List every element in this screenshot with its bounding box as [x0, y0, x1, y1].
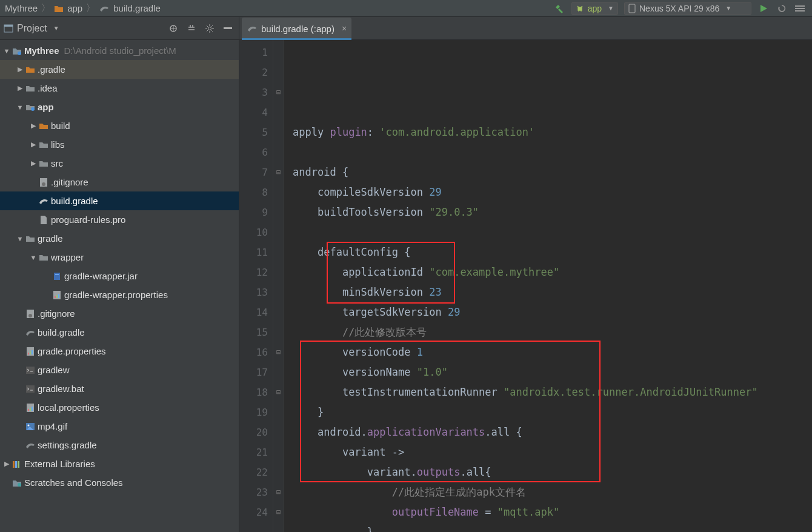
scratches-icon — [11, 479, 23, 487]
tree-label: local.properties — [38, 402, 99, 413]
tab-label: build.gradle (:app) — [261, 24, 334, 34]
folder-icon — [38, 122, 50, 130]
tree-label: Scratches and Consoles — [24, 477, 123, 488]
expand-arrow-icon[interactable]: ▼ — [16, 235, 24, 242]
tree-label: gradlew — [38, 365, 70, 375]
expand-arrow-icon[interactable]: ▼ — [16, 104, 24, 111]
expand-arrow-icon[interactable]: ▶ — [29, 141, 38, 148]
project-panel-title[interactable]: Project ▼ — [17, 23, 59, 34]
tree-item-scratches[interactable]: ▶ Scratches and Consoles — [0, 473, 239, 492]
libraries-icon — [11, 460, 23, 468]
expand-arrow-icon[interactable]: ▶ — [29, 159, 38, 167]
editor-tabs: build.gradle (:app) × — [239, 17, 812, 40]
tree-item-libs[interactable]: ▶ libs — [0, 135, 239, 154]
run-icon[interactable] — [757, 2, 770, 15]
tree-label: mp4.gif — [38, 421, 67, 431]
breadcrumb-file[interactable]: build.gradle — [113, 3, 161, 13]
tree-label: wrapper — [51, 252, 84, 262]
tree-item-gitignore[interactable]: ▶ .gitignore — [0, 173, 239, 191]
tree-item-external-libraries[interactable]: ▶ External Libraries — [0, 454, 239, 473]
hide-icon[interactable] — [223, 24, 233, 33]
tree-item-src[interactable]: ▶ src — [0, 154, 239, 173]
tree-item-gradle-cache[interactable]: ▶ .gradle — [0, 60, 239, 79]
tree-item-wrapper-jar[interactable]: ▶ gradle-wrapper.jar — [0, 267, 239, 285]
svg-rect-28 — [28, 409, 29, 411]
tree-item-app[interactable]: ▼ app — [0, 98, 239, 116]
svg-rect-18 — [58, 294, 59, 298]
tree-root[interactable]: ▼ Mythree D:\Android studio_project\M — [0, 41, 239, 60]
svg-point-9 — [18, 52, 21, 55]
tree-item-gradlew[interactable]: ▶ gradlew — [0, 361, 239, 379]
main: Project ▼ ▼ Mythree D:\Android studio_pr… — [0, 17, 812, 532]
expand-arrow-icon[interactable]: ▶ — [16, 65, 24, 73]
tree-item-local-properties[interactable]: ▶ local.properties — [0, 398, 239, 417]
svg-point-20 — [28, 314, 32, 318]
tree-label: .idea — [38, 83, 58, 93]
expand-arrow-icon[interactable]: ▼ — [2, 47, 11, 55]
gradle-icon — [247, 24, 258, 33]
toolbar-right: app ▼ Nexus 5X API 29 x86 ▼ — [553, 2, 807, 15]
tree-item-proguard[interactable]: ▶ proguard-rules.pro — [0, 210, 239, 229]
code-area[interactable]: apply plugin: 'com.android.application'a… — [284, 40, 812, 532]
gradle-icon — [38, 197, 50, 205]
tree-label: gradlew.bat — [38, 384, 84, 394]
gear-icon[interactable] — [205, 24, 215, 33]
expand-arrow-icon[interactable]: ▶ — [2, 460, 11, 468]
svg-rect-1 — [795, 5, 805, 7]
fold-gutter[interactable]: ⊟⊟⊟⊟⊟⊟ — [273, 40, 284, 532]
project-icon — [4, 24, 13, 33]
tree-item-wrapper[interactable]: ▼ wrapper — [0, 248, 239, 267]
tree-label: External Libraries — [24, 459, 95, 469]
svg-rect-34 — [15, 461, 17, 468]
svg-rect-35 — [18, 461, 19, 468]
tree-item-gradle[interactable]: ▼ gradle — [0, 229, 239, 248]
svg-rect-5 — [4, 25, 13, 27]
gradle-icon — [24, 328, 36, 337]
device-dropdown[interactable]: Nexus 5X API 29 x86 ▼ — [624, 2, 751, 15]
properties-icon — [24, 403, 36, 413]
folder-icon — [38, 253, 50, 261]
tree-item-build[interactable]: ▶ build — [0, 116, 239, 135]
tree-root-path: D:\Android studio_project\M — [64, 45, 176, 56]
breadcrumb-sep: 〉 — [41, 2, 50, 14]
folder-icon — [54, 4, 64, 13]
run-config-dropdown[interactable]: app ▼ — [571, 2, 618, 15]
project-tree[interactable]: ▼ Mythree D:\Android studio_project\M ▶ … — [0, 40, 239, 532]
tree-item-idea[interactable]: ▶ .idea — [0, 79, 239, 98]
expand-arrow-icon[interactable]: ▶ — [16, 84, 24, 92]
apply-changes-icon[interactable] — [776, 2, 788, 15]
shell-icon — [24, 366, 36, 374]
svg-rect-22 — [28, 353, 29, 354]
tree-item-settings-gradle[interactable]: ▶ settings.gradle — [0, 436, 239, 454]
breadcrumb[interactable]: Mythree 〉 app 〉 build.gradle — [5, 2, 161, 14]
tree-item-build-gradle-root[interactable]: ▶ build.gradle — [0, 323, 239, 342]
expand-arrow-icon[interactable]: ▼ — [29, 254, 38, 261]
caret-down-icon: ▼ — [725, 5, 731, 12]
tree-item-build-gradle-app[interactable]: ▶ build.gradle — [0, 191, 239, 210]
tree-label: src — [51, 158, 63, 168]
more-icon[interactable] — [794, 2, 806, 15]
collapse-all-icon[interactable] — [187, 24, 196, 33]
caret-down-icon: ▼ — [608, 5, 614, 12]
tree-label: .gradle — [38, 64, 65, 75]
tree-label: .gitignore — [51, 177, 88, 187]
line-gutter[interactable]: 123456789101112131415161718192021222324 — [239, 40, 273, 532]
editor-area: build.gradle (:app) × 123456789101112131… — [239, 17, 812, 532]
close-icon[interactable]: × — [342, 24, 347, 33]
tab-build-gradle[interactable]: build.gradle (:app) × — [242, 18, 351, 39]
breadcrumb-root[interactable]: Mythree — [5, 3, 38, 13]
tree-label: app — [38, 102, 54, 112]
tree-item-mp4-gif[interactable]: ▶ mp4.gif — [0, 417, 239, 436]
svg-rect-3 — [795, 10, 805, 12]
tree-label: build.gradle — [38, 327, 85, 337]
select-opened-icon[interactable] — [168, 24, 178, 33]
expand-arrow-icon[interactable]: ▶ — [29, 122, 38, 130]
svg-point-32 — [28, 424, 30, 426]
tree-item-wrapper-props[interactable]: ▶ gradle-wrapper.properties — [0, 285, 239, 304]
tree-item-gradle-properties[interactable]: ▶ gradle.properties — [0, 342, 239, 361]
tree-item-gitignore-root[interactable]: ▶ .gitignore — [0, 304, 239, 323]
build-icon[interactable] — [553, 2, 565, 15]
breadcrumb-folder[interactable]: app — [67, 3, 82, 13]
gradle-icon — [99, 4, 110, 13]
tree-item-gradlew-bat[interactable]: ▶ gradlew.bat — [0, 379, 239, 398]
